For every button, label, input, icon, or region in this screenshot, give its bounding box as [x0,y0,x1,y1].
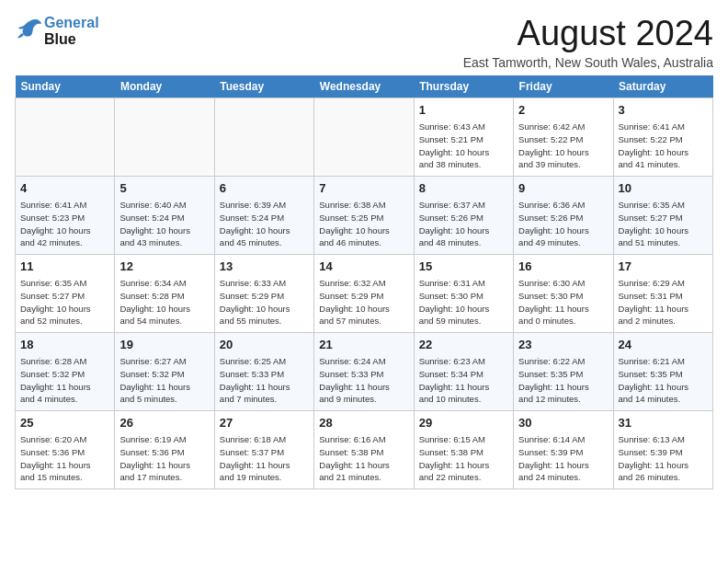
day-number: 13 [220,259,309,275]
calendar-cell: 24Sunrise: 6:21 AM Sunset: 5:35 PM Dayli… [613,332,712,410]
calendar-cell: 26Sunrise: 6:19 AM Sunset: 5:36 PM Dayli… [115,410,214,488]
day-info: Sunrise: 6:43 AM Sunset: 5:21 PM Dayligh… [419,121,508,171]
day-info: Sunrise: 6:23 AM Sunset: 5:34 PM Dayligh… [419,355,508,406]
calendar-cell: 2Sunrise: 6:42 AM Sunset: 5:22 PM Daylig… [514,98,613,176]
day-number: 19 [119,337,209,353]
calendar-cell: 13Sunrise: 6:33 AM Sunset: 5:29 PM Dayli… [214,254,313,332]
day-info: Sunrise: 6:41 AM Sunset: 5:22 PM Dayligh… [619,121,708,171]
calendar-cell: 7Sunrise: 6:38 AM Sunset: 5:25 PM Daylig… [314,176,414,254]
day-info: Sunrise: 6:38 AM Sunset: 5:25 PM Dayligh… [319,199,408,249]
day-number: 16 [518,259,608,275]
calendar-cell: 14Sunrise: 6:32 AM Sunset: 5:29 PM Dayli… [314,254,414,332]
calendar-cell: 27Sunrise: 6:18 AM Sunset: 5:37 PM Dayli… [214,410,313,488]
calendar-table: SundayMondayTuesdayWednesdayThursdayFrid… [15,75,713,489]
day-number: 5 [119,180,209,197]
calendar-cell: 29Sunrise: 6:15 AM Sunset: 5:38 PM Dayli… [414,410,513,488]
col-header-monday: Monday [115,75,214,98]
day-number: 28 [319,415,408,431]
col-header-friday: Friday [514,75,613,98]
calendar-cell: 17Sunrise: 6:29 AM Sunset: 5:31 PM Dayli… [613,254,712,332]
day-number: 20 [220,337,309,353]
day-info: Sunrise: 6:13 AM Sunset: 5:39 PM Dayligh… [619,433,708,484]
day-number: 17 [619,259,708,275]
day-info: Sunrise: 6:27 AM Sunset: 5:32 PM Dayligh… [119,355,209,406]
location-subtitle: East Tamworth, New South Wales, Australi… [463,55,713,70]
calendar-cell: 28Sunrise: 6:16 AM Sunset: 5:38 PM Dayli… [314,410,414,488]
day-number: 30 [518,415,608,431]
calendar-cell: 18Sunrise: 6:28 AM Sunset: 5:32 PM Dayli… [16,332,115,410]
calendar-week-row: 18Sunrise: 6:28 AM Sunset: 5:32 PM Dayli… [16,332,713,410]
calendar-cell: 9Sunrise: 6:36 AM Sunset: 5:26 PM Daylig… [514,176,613,254]
calendar-header-row: SundayMondayTuesdayWednesdayThursdayFrid… [16,75,713,98]
day-info: Sunrise: 6:35 AM Sunset: 5:27 PM Dayligh… [20,277,109,327]
calendar-cell: 15Sunrise: 6:31 AM Sunset: 5:30 PM Dayli… [414,254,513,332]
day-number: 6 [220,180,309,197]
day-info: Sunrise: 6:14 AM Sunset: 5:39 PM Dayligh… [518,433,608,484]
day-info: Sunrise: 6:22 AM Sunset: 5:35 PM Dayligh… [518,355,608,406]
calendar-cell: 21Sunrise: 6:24 AM Sunset: 5:33 PM Dayli… [314,332,414,410]
day-info: Sunrise: 6:18 AM Sunset: 5:37 PM Dayligh… [220,433,309,484]
day-number: 26 [119,415,209,431]
calendar-cell [16,98,115,176]
calendar-cell: 12Sunrise: 6:34 AM Sunset: 5:28 PM Dayli… [115,254,214,332]
calendar-cell: 6Sunrise: 6:39 AM Sunset: 5:24 PM Daylig… [214,176,313,254]
day-info: Sunrise: 6:31 AM Sunset: 5:30 PM Dayligh… [419,277,508,327]
day-number: 25 [20,415,109,431]
day-info: Sunrise: 6:25 AM Sunset: 5:33 PM Dayligh… [220,355,309,406]
day-number: 24 [619,337,708,353]
day-info: Sunrise: 6:34 AM Sunset: 5:28 PM Dayligh… [119,277,209,327]
day-number: 29 [419,415,508,431]
day-info: Sunrise: 6:28 AM Sunset: 5:32 PM Dayligh… [20,355,109,406]
logo: GeneralBlue [15,15,99,47]
calendar-cell: 22Sunrise: 6:23 AM Sunset: 5:34 PM Dayli… [414,332,513,410]
day-info: Sunrise: 6:36 AM Sunset: 5:26 PM Dayligh… [518,199,608,249]
calendar-cell: 25Sunrise: 6:20 AM Sunset: 5:36 PM Dayli… [16,410,115,488]
day-number: 7 [319,180,408,197]
col-header-sunday: Sunday [16,75,115,98]
day-info: Sunrise: 6:41 AM Sunset: 5:23 PM Dayligh… [20,199,109,249]
day-number: 21 [319,337,408,353]
day-number: 11 [20,259,109,275]
day-info: Sunrise: 6:30 AM Sunset: 5:30 PM Dayligh… [518,277,608,327]
day-number: 1 [419,102,508,119]
calendar-cell: 1Sunrise: 6:43 AM Sunset: 5:21 PM Daylig… [414,98,513,176]
calendar-cell: 10Sunrise: 6:35 AM Sunset: 5:27 PM Dayli… [613,176,712,254]
day-info: Sunrise: 6:19 AM Sunset: 5:36 PM Dayligh… [119,433,209,484]
col-header-wednesday: Wednesday [314,75,414,98]
day-number: 18 [20,337,109,353]
calendar-cell: 8Sunrise: 6:37 AM Sunset: 5:26 PM Daylig… [414,176,513,254]
day-number: 31 [619,415,708,431]
title-block: August 2024 East Tamworth, New South Wal… [463,15,713,70]
day-number: 15 [419,259,508,275]
calendar-cell: 19Sunrise: 6:27 AM Sunset: 5:32 PM Dayli… [115,332,214,410]
col-header-thursday: Thursday [414,75,513,98]
month-title: August 2024 [463,15,713,53]
day-info: Sunrise: 6:42 AM Sunset: 5:22 PM Dayligh… [518,121,608,171]
day-number: 10 [619,180,708,197]
day-info: Sunrise: 6:35 AM Sunset: 5:27 PM Dayligh… [619,199,708,249]
day-number: 23 [518,337,608,353]
calendar-cell [214,98,313,176]
day-number: 3 [619,102,708,119]
calendar-cell: 23Sunrise: 6:22 AM Sunset: 5:35 PM Dayli… [514,332,613,410]
day-info: Sunrise: 6:21 AM Sunset: 5:35 PM Dayligh… [619,355,708,406]
day-number: 27 [220,415,309,431]
day-info: Sunrise: 6:20 AM Sunset: 5:36 PM Dayligh… [20,433,109,484]
day-number: 4 [20,180,109,197]
calendar-cell [115,98,214,176]
col-header-saturday: Saturday [613,75,712,98]
calendar-cell: 16Sunrise: 6:30 AM Sunset: 5:30 PM Dayli… [514,254,613,332]
day-info: Sunrise: 6:32 AM Sunset: 5:29 PM Dayligh… [319,277,408,327]
calendar-cell: 5Sunrise: 6:40 AM Sunset: 5:24 PM Daylig… [115,176,214,254]
day-number: 9 [518,180,608,197]
day-info: Sunrise: 6:24 AM Sunset: 5:33 PM Dayligh… [319,355,408,406]
calendar-cell: 30Sunrise: 6:14 AM Sunset: 5:39 PM Dayli… [514,410,613,488]
calendar-cell: 11Sunrise: 6:35 AM Sunset: 5:27 PM Dayli… [16,254,115,332]
day-number: 22 [419,337,508,353]
day-info: Sunrise: 6:29 AM Sunset: 5:31 PM Dayligh… [619,277,708,327]
day-info: Sunrise: 6:37 AM Sunset: 5:26 PM Dayligh… [419,199,508,249]
day-number: 12 [119,259,209,275]
day-info: Sunrise: 6:39 AM Sunset: 5:24 PM Dayligh… [220,199,309,249]
day-number: 8 [419,180,508,197]
calendar-cell: 31Sunrise: 6:13 AM Sunset: 5:39 PM Dayli… [613,410,712,488]
